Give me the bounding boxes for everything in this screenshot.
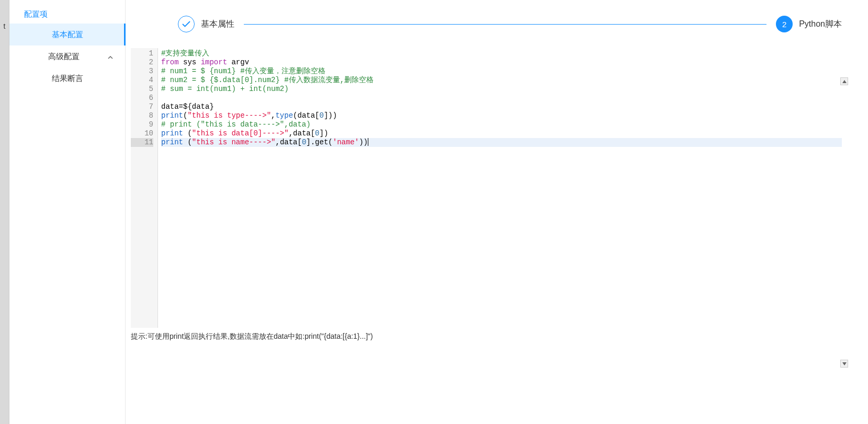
code-line[interactable]: # print ("this is data---->",data) [161,120,842,129]
nav-item-basic-config[interactable]: 基本配置 [9,24,125,45]
nav-child-label: 结果断言 [52,74,83,84]
step-label: Python脚本 [799,19,842,30]
chevron-up-icon [107,53,114,60]
code-line[interactable]: from sys import argv [161,58,842,67]
step-number-icon: 2 [776,16,793,32]
code-editor[interactable]: 1234567891011 #支持变量传入from sys import arg… [131,48,842,328]
scroll-down-button[interactable] [840,360,848,368]
step-basic-properties[interactable]: 基本属性 [178,16,234,32]
code-line[interactable]: print ("this is data[0]---->",data[0]) [161,129,842,138]
left-edge-strip: t [0,0,9,424]
line-number: 5 [131,85,153,94]
step-connector-line [244,24,766,25]
line-number: 8 [131,111,153,120]
steps-bar: 基本属性 2 Python脚本 [126,0,868,48]
content-area: 基本属性 2 Python脚本 1234567891011 #支持变量传入fro… [126,0,868,424]
line-number: 9 [131,120,153,129]
scroll-up-button[interactable] [840,77,848,85]
line-number: 1 [131,49,153,58]
code-line[interactable]: # num2 = $ {$.data[0].num2} #传入数据流变量,删除空… [161,76,842,85]
line-number: 10 [131,129,153,138]
code-line[interactable]: print("this is type---->",type(data[0])) [161,111,842,120]
sidebar: 配置项 基本配置 高级配置 结果断言 [9,0,126,424]
code-line[interactable]: # num1 = $ {num1} #传入变量，注意删除空格 [161,67,842,76]
nav-item-label: 高级配置 [48,52,80,62]
step-label: 基本属性 [201,19,234,30]
code-area[interactable]: #支持变量传入from sys import argv# num1 = $ {n… [158,48,842,328]
code-line[interactable]: #支持变量传入 [161,49,842,58]
hint-text: 提示:可使用print返回执行结果,数据流需放在data中如:print("{d… [131,332,842,341]
line-number: 6 [131,94,153,102]
sidebar-title: 配置项 [9,9,125,24]
code-line[interactable]: print ("this is name---->",data[0].get('… [161,138,842,147]
code-line[interactable] [161,94,842,102]
code-editor-wrap: 1234567891011 #支持变量传入from sys import arg… [131,48,842,328]
nav-child-result-assertion[interactable]: 结果断言 [9,67,125,89]
line-number: 7 [131,102,153,111]
line-number: 4 [131,76,153,85]
left-edge-text: t [4,22,6,30]
check-circle-icon [178,16,195,32]
nav-item-label: 基本配置 [52,30,83,40]
line-number-gutter: 1234567891011 [131,48,158,328]
line-number: 3 [131,67,153,76]
step-python-script[interactable]: 2 Python脚本 [776,16,842,32]
nav-item-advanced-config[interactable]: 高级配置 [9,45,125,67]
code-line[interactable]: data=${data} [161,102,842,111]
line-number: 2 [131,58,153,67]
line-number: 11 [131,138,153,147]
code-line[interactable]: # sum = int(num1) + int(num2) [161,85,842,94]
